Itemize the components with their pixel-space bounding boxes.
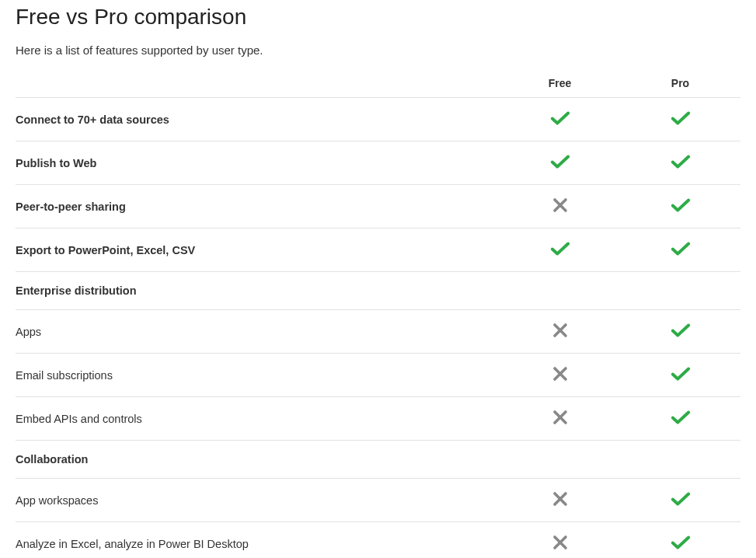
feature-label: App workspaces xyxy=(16,479,500,522)
col-header-pro: Pro xyxy=(620,71,740,98)
cell-pro xyxy=(620,228,740,272)
cross-icon xyxy=(549,535,571,550)
cell-free xyxy=(500,522,620,559)
cell-free xyxy=(500,441,620,479)
page-title: Free vs Pro comparison xyxy=(16,5,740,30)
cell-pro xyxy=(620,185,740,228)
cell-pro xyxy=(620,98,740,141)
comparison-table: Free Pro Connect to 70+ data sourcesPubl… xyxy=(16,71,740,558)
check-icon xyxy=(670,535,692,550)
feature-label: Email subscriptions xyxy=(16,354,500,397)
check-icon xyxy=(670,323,692,338)
feature-label: Connect to 70+ data sources xyxy=(16,98,500,141)
cell-pro xyxy=(620,522,740,559)
cell-pro xyxy=(620,354,740,397)
check-icon xyxy=(549,154,571,169)
cross-icon xyxy=(549,410,571,425)
cell-free xyxy=(500,397,620,441)
feature-label: Analyze in Excel, analyze in Power BI De… xyxy=(16,522,500,559)
page-subtitle: Here is a list of features supported by … xyxy=(16,44,740,57)
check-icon xyxy=(670,410,692,425)
feature-label: Apps xyxy=(16,310,500,354)
check-icon xyxy=(670,241,692,256)
table-row: Peer-to-peer sharing xyxy=(16,185,740,228)
section-header-label: Collaboration xyxy=(16,441,500,479)
check-icon xyxy=(670,154,692,169)
cell-pro xyxy=(620,141,740,185)
table-header-row: Free Pro xyxy=(16,71,740,98)
check-icon xyxy=(670,491,692,507)
cell-free xyxy=(500,310,620,354)
cell-pro xyxy=(620,479,740,522)
cell-pro xyxy=(620,272,740,310)
cross-icon xyxy=(549,491,571,507)
table-row: Export to PowerPoint, Excel, CSV xyxy=(16,228,740,272)
col-header-free: Free xyxy=(500,71,620,98)
check-icon xyxy=(549,110,571,126)
feature-label: Export to PowerPoint, Excel, CSV xyxy=(16,228,500,272)
cross-icon xyxy=(549,197,571,213)
table-row: App workspaces xyxy=(16,479,740,522)
cell-free xyxy=(500,272,620,310)
feature-label: Peer-to-peer sharing xyxy=(16,185,500,228)
cell-pro xyxy=(620,397,740,441)
cell-free xyxy=(500,354,620,397)
table-row: Enterprise distribution xyxy=(16,272,740,310)
feature-label: Publish to Web xyxy=(16,141,500,185)
cell-pro xyxy=(620,310,740,354)
check-icon xyxy=(670,366,692,382)
col-header-empty xyxy=(16,71,500,98)
check-icon xyxy=(549,241,571,256)
cell-free xyxy=(500,141,620,185)
cell-pro xyxy=(620,441,740,479)
cell-free xyxy=(500,479,620,522)
cell-free xyxy=(500,98,620,141)
table-row: Embed APIs and controls xyxy=(16,397,740,441)
table-row: Apps xyxy=(16,310,740,354)
table-row: Publish to Web xyxy=(16,141,740,185)
table-row: Email subscriptions xyxy=(16,354,740,397)
check-icon xyxy=(670,110,692,126)
cross-icon xyxy=(549,323,571,338)
feature-label: Embed APIs and controls xyxy=(16,397,500,441)
cell-free xyxy=(500,185,620,228)
table-row: Analyze in Excel, analyze in Power BI De… xyxy=(16,522,740,559)
table-row: Collaboration xyxy=(16,441,740,479)
table-row: Connect to 70+ data sources xyxy=(16,98,740,141)
cross-icon xyxy=(549,366,571,382)
check-icon xyxy=(670,197,692,213)
section-header-label: Enterprise distribution xyxy=(16,272,500,310)
cell-free xyxy=(500,228,620,272)
